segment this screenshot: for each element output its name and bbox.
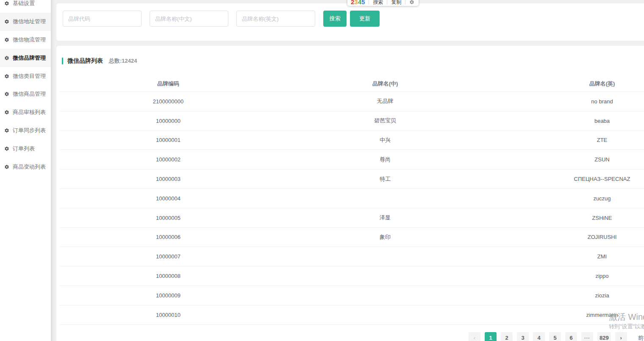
brand-code-cell: 10000007	[60, 247, 277, 266]
page-button-829[interactable]: 829	[597, 332, 611, 341]
brand-code-cell: 10000000	[60, 111, 277, 130]
brand-code-cell: 10000009	[60, 286, 277, 305]
sidebar-item-label: 订单列表	[13, 145, 35, 152]
brand-name-en-cell: СПЕЦНАЗ--SPECNAZ	[494, 169, 644, 189]
brand-code-cell: 10000001	[60, 130, 277, 150]
sidebar-item-label: 微信商品管理	[13, 90, 46, 98]
table-row: 10000009ziozia	[60, 286, 644, 305]
sidebar-scrollbar[interactable]	[51, 0, 56, 341]
sidebar-item-label: 商品变动列表	[13, 163, 46, 171]
sidebar-item-label: 订单同步列表	[13, 127, 46, 134]
sidebar-item-7[interactable]: 商品审核列表	[0, 103, 51, 122]
page-button-6[interactable]: 6	[565, 332, 577, 341]
brand-name-en-cell: zimmermann	[494, 305, 644, 324]
prev-page-button[interactable]: ‹	[469, 332, 480, 341]
brand-name-cn-cell: 特工	[277, 169, 494, 189]
brand-name-en-input[interactable]	[236, 11, 315, 27]
table-row: 10000006象印ZOJIRUSHI	[60, 227, 644, 247]
next-page-button[interactable]: ›	[615, 332, 627, 341]
logo-digit: 5	[361, 0, 365, 5]
brand-name-cn-cell	[277, 247, 494, 266]
gear-icon	[4, 1, 9, 6]
divider	[387, 0, 387, 5]
sidebar: 基础设置微信地址管理微信物流管理微信品牌管理微信类目管理微信商品管理商品审核列表…	[0, 0, 51, 341]
gear-icon	[4, 91, 9, 97]
gear-icon	[4, 110, 9, 115]
table-row: 10000004zuczug	[60, 189, 644, 208]
page-button-5[interactable]: 5	[549, 332, 561, 341]
sidebar-item-label: 微信类目管理	[13, 72, 46, 80]
search-button[interactable]: 搜索	[323, 11, 347, 27]
brand-name-cn-input[interactable]	[150, 11, 228, 27]
popup-settings-gear-icon[interactable]	[409, 0, 414, 5]
sidebar-item-4[interactable]: 微信品牌管理	[0, 49, 51, 67]
sidebar-item-10[interactable]: 商品变动列表	[0, 158, 51, 176]
gear-icon	[4, 19, 9, 24]
logo-digit: 3	[354, 0, 358, 5]
brand-code-cell: 10000010	[60, 305, 277, 324]
brand-code-input[interactable]	[63, 11, 142, 27]
table-row: 10000007ZMI	[60, 247, 644, 266]
brand-code-cell: 10000008	[60, 266, 277, 286]
brand-code-cell: 10000002	[60, 150, 277, 169]
sidebar-item-label: 基础设置	[13, 0, 35, 7]
brand-name-cn-cell: 中兴	[277, 130, 494, 150]
panel-title: 微信品牌列表	[67, 57, 103, 65]
page-button-1[interactable]: 1	[485, 332, 497, 341]
brand-list-panel: 微信品牌列表 总数:12424 品牌编码品牌名(中)品牌名(英) 2100000…	[56, 46, 644, 341]
sidebar-item-6[interactable]: 微信商品管理	[0, 85, 51, 103]
table-header-row: 品牌编码品牌名(中)品牌名(英)	[60, 76, 644, 92]
brand-name-cn-cell	[277, 286, 494, 305]
more-pages-button[interactable]: ···	[581, 332, 593, 341]
table-row: 10000010zimmermann	[60, 305, 644, 324]
brand-code-cell: 10000004	[60, 189, 277, 208]
brand-name-cn-cell: 碧芭宝贝	[277, 111, 494, 130]
search-panel: 搜索 更新	[56, 3, 644, 41]
gear-icon	[4, 146, 9, 151]
popup-copy-action[interactable]: 复制	[391, 0, 401, 5]
sidebar-item-8[interactable]: 订单同步列表	[0, 122, 51, 140]
gear-icon	[4, 37, 9, 42]
update-button[interactable]: 更新	[350, 11, 380, 27]
total-count-label: 总数:12424	[109, 57, 137, 65]
brand-name-cn-cell	[277, 305, 494, 324]
brand-name-en-cell: ZSHiNE	[494, 208, 644, 227]
brand-name-en-cell: ZMI	[494, 247, 644, 266]
sidebar-item-1[interactable]: 基础设置	[0, 0, 51, 13]
gear-icon	[4, 74, 9, 79]
brand-table: 品牌编码品牌名(中)品牌名(英) 2100000000无品牌no brand10…	[60, 76, 644, 325]
sidebar-item-3[interactable]: 微信物流管理	[0, 31, 51, 49]
page-button-2[interactable]: 2	[501, 332, 513, 341]
page-button-3[interactable]: 3	[517, 332, 529, 341]
brand-name-en-cell: zuczug	[494, 189, 644, 208]
brand-code-cell: 2100000000	[60, 92, 277, 111]
column-header: 品牌名(英)	[494, 76, 644, 92]
sidebar-item-label: 微信品牌管理	[13, 54, 46, 62]
table-row: 10000000碧芭宝贝beaba	[60, 111, 644, 130]
page-button-4[interactable]: 4	[533, 332, 545, 341]
brand-code-cell: 10000005	[60, 208, 277, 227]
goto-page-label: 前往	[638, 334, 644, 341]
brand-code-cell: 10000006	[60, 227, 277, 247]
brand-name-en-cell: ZTE	[494, 130, 644, 150]
brand-name-cn-cell: 象印	[277, 227, 494, 247]
brand-name-cn-cell: 尊尚	[277, 150, 494, 169]
pagination: ‹123456···829›前往	[469, 332, 644, 341]
logo-digit: 2	[351, 0, 354, 5]
popup-search-action[interactable]: 搜索	[373, 0, 383, 5]
sidebar-item-2[interactable]: 微信地址管理	[0, 13, 51, 31]
brand-name-en-cell: ziozia	[494, 286, 644, 305]
divider	[405, 0, 405, 5]
brand-name-cn-cell: 无品牌	[277, 92, 494, 111]
brand-name-cn-cell	[277, 266, 494, 286]
brand-code-cell: 10000003	[60, 169, 277, 189]
brand-name-en-cell: beaba	[494, 111, 644, 130]
sidebar-item-label: 微信地址管理	[13, 18, 46, 25]
panel-header: 微信品牌列表 总数:12424	[62, 57, 137, 65]
brand-name-en-cell: no brand	[494, 92, 644, 111]
table-row: 10000003特工СПЕЦНАЗ--SPECNAZ	[60, 169, 644, 189]
gear-icon	[4, 128, 9, 133]
sidebar-item-9[interactable]: 订单列表	[0, 139, 51, 158]
sidebar-item-5[interactable]: 微信类目管理	[0, 67, 51, 85]
brand-name-en-cell: ZOJIRUSHI	[494, 227, 644, 247]
